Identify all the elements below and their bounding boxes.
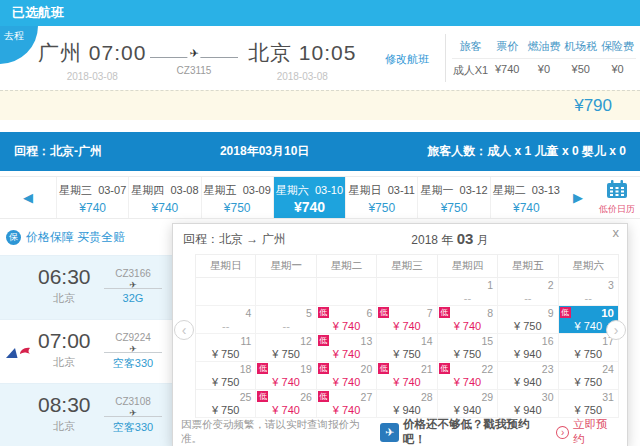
day-number: 31 [602, 391, 614, 403]
calendar-day-22[interactable]: 低22¥ 740 [438, 362, 498, 390]
calendar-day-24[interactable]: 24¥ 750 [559, 362, 619, 390]
calendar-week-row: 18¥ 750低19¥ 740低20¥ 740低21¥ 740低22¥ 7402… [196, 362, 619, 390]
calendar-day-11[interactable]: 11¥ 750 [196, 334, 256, 362]
close-icon[interactable]: x [613, 225, 620, 240]
day-price: ¥ 750 [196, 404, 255, 416]
calendar-day-25[interactable]: 25¥ 750 [196, 390, 256, 418]
calendar-day-29[interactable]: 29¥ 940 [438, 390, 498, 418]
calendar-day-19[interactable]: 低19¥ 740 [256, 362, 316, 390]
calendar-day-12[interactable]: 12¥ 750 [256, 334, 316, 362]
popup-month-label: 2018 年 03 月 [283, 230, 617, 249]
low-price-badge: 低 [318, 363, 329, 374]
next-month-button[interactable]: › [606, 320, 626, 340]
reserve-now-link[interactable]: 立即预约 [573, 417, 619, 446]
weekday-header: 星期日 [196, 255, 256, 278]
flight-list: 保 价格保障 买贵全赔 06:30北京CZ3166✈32G07:00北京CZ92… [0, 219, 172, 446]
calendar-day-8[interactable]: 低8¥ 740 [438, 306, 498, 334]
calendar-day-14[interactable]: 14¥ 750 [377, 334, 437, 362]
day-price: ¥ 940 [498, 348, 557, 360]
day-number: 25 [240, 391, 252, 403]
calendar-grid: 星期日星期一星期二星期三星期四星期五星期六1--2--3--4--5--低6¥ … [195, 254, 619, 418]
price-guarantee: 保 价格保障 买贵全赔 [0, 219, 172, 255]
calendar-day-21[interactable]: 低21¥ 740 [377, 362, 437, 390]
flight-number: CZ3166 [104, 268, 162, 279]
weekday-header: 星期六 [559, 255, 619, 278]
day-number: 12 [300, 335, 312, 347]
calendar-day-13[interactable]: 低13¥ 740 [317, 334, 377, 362]
calendar-day-16[interactable]: 16¥ 940 [498, 334, 558, 362]
arrival-time: 10:05 [299, 41, 357, 64]
calendar-popup-header: 回程：北京 → 广州 2018 年 03 月 x [173, 224, 627, 252]
calendar-day-15[interactable]: 15¥ 750 [438, 334, 498, 362]
arrow-circle-icon: › [556, 426, 569, 439]
flight-row-CZ9224[interactable]: 07:00北京CZ9224✈空客330 [0, 319, 172, 383]
day-number: 27 [361, 391, 373, 403]
modify-flight-link[interactable]: 修改航班 [385, 52, 429, 67]
date-tab-label: 星期日 03-11 [346, 183, 417, 198]
date-tab-03-10[interactable]: 星期六 03-10¥740 [273, 177, 345, 218]
day-price: ¥ 940 [377, 404, 436, 416]
calendar-day-2[interactable]: 2-- [498, 278, 558, 306]
day-number: 26 [300, 391, 312, 403]
day-price: ¥ 940 [498, 376, 557, 388]
low-price-badge: 低 [257, 391, 268, 402]
flight-row-CZ3166[interactable]: 06:30北京CZ3166✈32G [0, 255, 172, 319]
flight-depart-city: 北京 [38, 355, 91, 370]
outbound-section: 去程 广州 07:00 2018-03-08 ✈ CZ3115 北京 10:05… [0, 26, 640, 90]
reserve-ticket-icon: ✈ [380, 423, 399, 442]
calendar-day-9[interactable]: 9¥ 750 [498, 306, 558, 334]
prev-month-button[interactable]: ‹ [174, 320, 194, 340]
day-price: ¥ 750 [498, 320, 557, 332]
departure-city: 广州 [38, 41, 82, 64]
prev-dates-button[interactable]: ◀ [0, 177, 56, 218]
day-price: ¥ 740 [317, 320, 376, 332]
tab-price: ¥740 [491, 201, 562, 215]
calendar-day-6[interactable]: 低6¥ 740 [317, 306, 377, 334]
passenger-counts: 旅客人数：成人 x 1 儿童 x 0 婴儿 x 0 [427, 143, 626, 160]
day-price: ¥ 740 [377, 320, 436, 332]
plane-icon: ✈ [129, 280, 137, 290]
next-dates-button[interactable]: ▶ [562, 177, 594, 218]
calendar-icon [607, 180, 627, 198]
calendar-day-26[interactable]: 低26¥ 740 [256, 390, 316, 418]
tab-weekday: 星期五 [204, 184, 237, 196]
calendar-day-7[interactable]: 低7¥ 740 [377, 306, 437, 334]
flight-row-CZ3108[interactable]: 08:30北京CZ3108✈空客330 [0, 383, 172, 446]
guarantee-shield-icon: 保 [6, 230, 21, 245]
flight-info-block: CZ3108✈空客330 [104, 396, 162, 435]
calendar-day-28[interactable]: 28¥ 940 [377, 390, 437, 418]
tab-date: 03-12 [460, 184, 488, 196]
date-tab-03-08[interactable]: 星期四 03-08¥740 [128, 177, 200, 218]
day-number: 21 [421, 363, 433, 375]
weekday-header: 星期一 [256, 255, 316, 278]
return-route-label: 回程：北京-广州 [14, 143, 102, 160]
calendar-day-5[interactable]: 5-- [256, 306, 316, 334]
calendar-day-18[interactable]: 18¥ 750 [196, 362, 256, 390]
calendar-day-27[interactable]: 低27¥ 740 [317, 390, 377, 418]
date-tab-label: 星期三 03-07 [57, 183, 128, 198]
low-price-calendar-button[interactable]: 低价日历 [594, 177, 640, 218]
calendar-day-4[interactable]: 4-- [196, 306, 256, 334]
plane-icon: ✈ [129, 344, 137, 354]
price-alert-promo: ✈ 价格还不够低？戳我预约吧！ › 立即预约 [380, 417, 619, 446]
tab-price: ¥740 [57, 201, 128, 215]
date-tab-03-09[interactable]: 星期五 03-09¥750 [201, 177, 273, 218]
date-tab-03-11[interactable]: 星期日 03-11¥750 [345, 177, 417, 218]
calendar-day-20[interactable]: 低20¥ 740 [317, 362, 377, 390]
date-tab-03-12[interactable]: 星期一 03-12¥750 [417, 177, 489, 218]
date-tab-03-13[interactable]: 星期二 03-13¥740 [490, 177, 562, 218]
fare-value-cell: ¥0 [599, 58, 636, 82]
date-tab-03-07[interactable]: 星期三 03-07¥740 [56, 177, 128, 218]
aircraft-type: 空客330 [104, 356, 162, 371]
calendar-week-row: 4--5--低6¥ 740低7¥ 740低8¥ 7409¥ 750低10¥ 74… [196, 306, 619, 334]
fare-header-cell: 保险费 [599, 35, 636, 58]
calendar-day-3[interactable]: 3-- [559, 278, 619, 306]
tab-price: ¥740 [129, 201, 200, 215]
calendar-day-1[interactable]: 1-- [438, 278, 498, 306]
calendar-day-31[interactable]: 31¥ 750 [559, 390, 619, 418]
tab-weekday: 星期四 [131, 184, 164, 196]
outbound-corner-tag: 去程 [0, 26, 38, 64]
date-tab-label: 星期四 03-08 [129, 183, 200, 198]
calendar-day-23[interactable]: 23¥ 940 [498, 362, 558, 390]
calendar-day-30[interactable]: 30¥ 940 [498, 390, 558, 418]
